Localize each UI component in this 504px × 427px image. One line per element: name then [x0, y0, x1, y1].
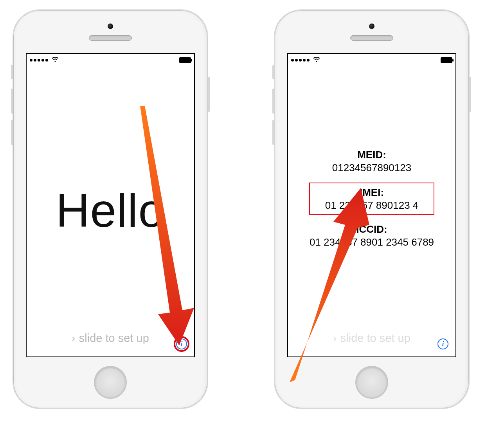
wifi-icon: [313, 57, 320, 63]
phone-frame-right: MEID: 01234567890123 IMEI: 01 234567 890…: [274, 9, 470, 409]
info-button[interactable]: i: [176, 338, 187, 349]
chevron-right-icon: ›: [333, 332, 337, 344]
device-info-panel: MEID: 01234567890123 IMEI: 01 234567 890…: [288, 140, 455, 257]
iccid-label: ICCID:: [288, 223, 455, 235]
home-button[interactable]: [355, 366, 388, 399]
status-bar: [288, 54, 455, 66]
wifi-icon: [52, 57, 59, 63]
signal-indicator: [30, 57, 59, 63]
volume-down-button: [272, 120, 275, 145]
chevron-right-icon: ›: [72, 332, 75, 344]
battery-icon: [179, 57, 191, 63]
home-button[interactable]: [94, 366, 127, 399]
status-bar: [27, 54, 194, 66]
battery-icon: [441, 57, 452, 63]
iccid-value: 01 234567 8901 2345 6789: [288, 236, 455, 248]
volume-up-button: [11, 89, 13, 114]
meid-label: MEID:: [288, 149, 455, 161]
hello-greeting: Hello: [27, 183, 194, 237]
iccid-block: ICCID: 01 234567 8901 2345 6789: [288, 223, 455, 248]
power-button: [469, 77, 471, 112]
slide-text: slide to set up: [79, 332, 149, 345]
earpiece-speaker: [350, 35, 393, 41]
phone-frame-left: Hello › slide to set up i: [13, 9, 208, 409]
front-camera: [369, 24, 374, 29]
signal-indicator: [291, 57, 320, 63]
volume-down-button: [11, 120, 13, 145]
meid-block: MEID: 01234567890123: [288, 149, 455, 174]
slide-to-setup[interactable]: › slide to set up: [288, 332, 455, 345]
info-icon: i: [181, 340, 183, 348]
mute-switch: [11, 65, 13, 79]
info-icon: i: [442, 340, 444, 348]
imei-value: 01 234567 890123 4: [312, 199, 431, 212]
front-camera: [108, 24, 113, 29]
screen-left: Hello › slide to set up i: [26, 53, 195, 357]
earpiece-speaker: [89, 35, 132, 41]
slide-text: slide to set up: [340, 332, 410, 345]
mute-switch: [272, 65, 275, 79]
slide-to-setup[interactable]: › slide to set up: [27, 332, 194, 345]
imei-label: IMEI:: [312, 186, 431, 199]
screen-right: MEID: 01234567890123 IMEI: 01 234567 890…: [287, 53, 456, 357]
volume-up-button: [272, 89, 275, 114]
meid-value: 01234567890123: [288, 162, 455, 174]
info-button[interactable]: i: [437, 338, 448, 349]
imei-highlight-box: IMEI: 01 234567 890123 4: [309, 183, 434, 215]
power-button: [207, 77, 210, 112]
